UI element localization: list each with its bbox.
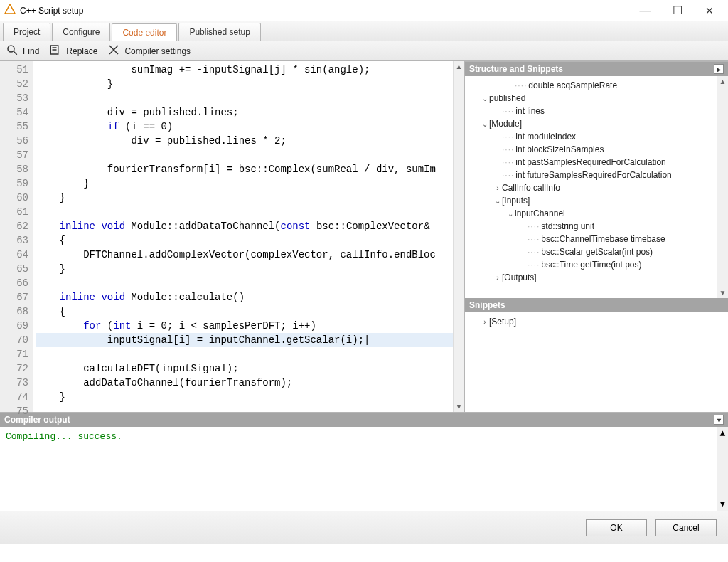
tree-item[interactable]: ····int moduleIndex xyxy=(465,130,728,143)
tree-item[interactable]: ····std::string unit xyxy=(465,220,728,233)
tab-published-setup[interactable]: Published setup xyxy=(178,23,260,41)
find-label: Find xyxy=(23,46,39,56)
tab-configure[interactable]: Configure xyxy=(52,23,110,41)
structure-panel-title: Structure and Snippets xyxy=(469,64,563,74)
replace-button[interactable]: Replace xyxy=(49,43,97,58)
minimize-button[interactable]: — xyxy=(629,0,661,21)
wrench-icon xyxy=(107,43,120,58)
cancel-button[interactable]: Cancel xyxy=(655,519,717,536)
tree-item[interactable]: ····int futureSamplesRequiredForCalculat… xyxy=(465,169,728,181)
code-editor[interactable]: 5152535455565758596061626364656667686970… xyxy=(0,61,465,412)
tree-item[interactable]: ····int lines xyxy=(465,105,728,117)
compiler-scrollbar[interactable]: ▲ ▼ xyxy=(717,427,728,511)
structure-panel-header: Structure and Snippets ▸ xyxy=(465,62,728,76)
compiler-settings-button[interactable]: Compiler settings xyxy=(107,43,191,58)
dialog-footer: OK Cancel xyxy=(0,511,728,544)
tree-item[interactable]: ····bsc::ChannelTimebase timebase xyxy=(465,233,728,245)
replace-label: Replace xyxy=(66,46,97,56)
compiler-settings-label: Compiler settings xyxy=(124,46,191,56)
scroll-down-icon[interactable]: ▼ xyxy=(456,403,463,410)
close-button[interactable]: ✕ xyxy=(693,0,725,21)
editor-toolbar: Find Replace Compiler settings xyxy=(0,41,728,61)
tree-scrollbar[interactable]: ▲ ▼ xyxy=(717,76,728,298)
editor-scrollbar[interactable]: ▲ ▼ xyxy=(453,61,464,412)
tree-item[interactable]: ····int blockSizeInSamples xyxy=(465,143,728,156)
tree-item[interactable]: ⌄inputChannel xyxy=(465,207,728,220)
tree-item[interactable]: ›[Setup] xyxy=(465,315,728,328)
tree-item[interactable]: ····bsc::Scalar getScalar(int pos) xyxy=(465,245,728,258)
app-icon xyxy=(4,4,16,17)
tab-bar: Project Configure Code editor Published … xyxy=(0,21,728,41)
scroll-up-icon[interactable]: ▲ xyxy=(719,78,727,85)
svg-point-1 xyxy=(8,46,14,52)
structure-tree[interactable]: ▲ ▼ ····double acqSampleRate⌄published··… xyxy=(465,76,728,298)
compiler-output-body: Compiling... success. ▲ ▼ xyxy=(0,427,728,511)
titlebar: C++ Script setup — ☐ ✕ xyxy=(0,0,728,21)
tree-item[interactable]: ····bsc::Time getTime(int pos) xyxy=(465,258,728,271)
scroll-up-icon[interactable]: ▲ xyxy=(456,63,463,70)
compiler-message: Compiling... success. xyxy=(6,431,122,442)
tree-item[interactable]: ⌄[Module] xyxy=(465,117,728,130)
tree-item[interactable]: ····int pastSamplesRequiredForCalculatio… xyxy=(465,156,728,169)
scroll-down-icon[interactable]: ▼ xyxy=(719,289,727,297)
tree-item[interactable]: ····double acqSampleRate xyxy=(465,79,728,92)
panel-collapse-icon[interactable]: ▾ xyxy=(714,415,724,425)
tree-item[interactable]: ⌄published xyxy=(465,92,728,105)
ok-button[interactable]: OK xyxy=(586,519,647,536)
tree-item[interactable]: ⌄[Inputs] xyxy=(465,194,728,207)
replace-icon xyxy=(49,43,62,58)
svg-line-2 xyxy=(14,51,17,55)
svg-marker-0 xyxy=(5,4,15,14)
snippets-panel-title: Snippets xyxy=(469,300,505,310)
snippets-panel-header: Snippets xyxy=(465,298,728,312)
tree-item[interactable]: ›[Outputs] xyxy=(465,271,728,284)
search-icon xyxy=(6,43,18,58)
maximize-button[interactable]: ☐ xyxy=(661,0,693,21)
find-button[interactable]: Find xyxy=(6,43,39,58)
scroll-up-icon[interactable]: ▲ xyxy=(720,428,726,439)
tab-project[interactable]: Project xyxy=(3,23,50,41)
tab-code-editor[interactable]: Code editor xyxy=(112,23,177,41)
snippets-tree[interactable]: ›[Setup] xyxy=(465,312,728,412)
compiler-output-panel: Compiler output ▾ Compiling... success. … xyxy=(0,412,728,511)
panel-collapse-icon[interactable]: ▸ xyxy=(714,64,724,74)
tree-item[interactable]: ›CallInfo callInfo xyxy=(465,181,728,194)
scroll-down-icon[interactable]: ▼ xyxy=(720,499,726,509)
code-area[interactable]: sumImag += -inputSignal[j] * sin(angle);… xyxy=(33,61,453,412)
line-number-gutter: 5152535455565758596061626364656667686970… xyxy=(0,61,33,412)
compiler-output-header: Compiler output ▾ xyxy=(0,413,728,427)
window-title: C++ Script setup xyxy=(20,6,629,16)
